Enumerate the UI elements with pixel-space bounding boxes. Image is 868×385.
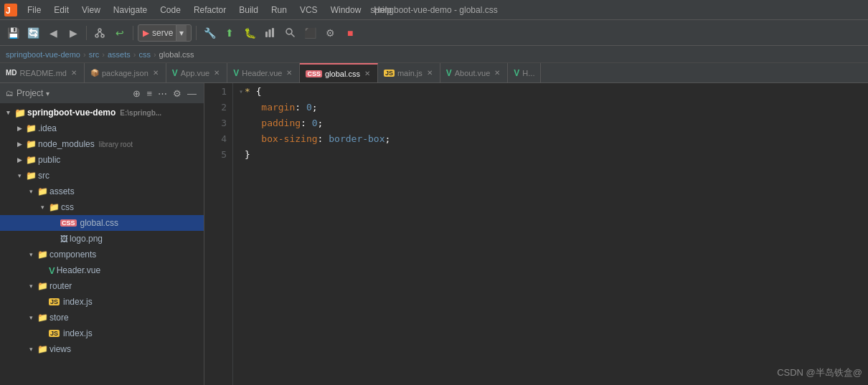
root-folder-icon: 📁 (14, 108, 26, 118)
sidebar-dropdown-arrow: ▾ (46, 90, 49, 98)
project-icon: 🗂 (6, 89, 14, 98)
breadcrumb-current: global.css (159, 50, 194, 59)
tab-headervue[interactable]: V Header.vue ✕ (227, 63, 300, 83)
prop-margin: margin (261, 102, 295, 113)
back-button[interactable]: ◀ (44, 24, 62, 42)
tree-store[interactable]: ▾ 📁 store (0, 310, 204, 325)
stop-button[interactable]: ■ (341, 24, 359, 42)
tree-router[interactable]: ▾ 📁 router (0, 278, 204, 294)
coverage-button[interactable] (261, 24, 278, 42)
tab-package[interactable]: 📦 package.json ✕ (85, 63, 166, 83)
menu-view[interactable]: View (76, 4, 106, 16)
vue-file-icon-header: V (49, 265, 55, 276)
tree-components[interactable]: ▾ 📁 components (0, 247, 204, 262)
indent-4 (239, 133, 261, 144)
menu-refactor[interactable]: Refactor (188, 4, 232, 16)
tab-mainjs-close[interactable]: ✕ (425, 68, 434, 77)
tab-readme-close[interactable]: ✕ (70, 68, 78, 77)
run-config-button[interactable]: 🔧 (201, 24, 218, 42)
app-logo-icon: J (4, 4, 17, 16)
tree-src[interactable]: ▾ 📁 src (0, 168, 204, 184)
tab-mainjs[interactable]: JS main.js ✕ (378, 63, 440, 83)
node-modules-folder-icon: 📁 (26, 139, 37, 149)
breadcrumb-assets[interactable]: assets (108, 50, 131, 59)
settings-icon[interactable]: ⚙ (171, 87, 183, 100)
tree-global-css[interactable]: CSS global.css (0, 215, 204, 231)
root-label: springboot-vue-demo (27, 108, 115, 118)
breadcrumb-css[interactable]: css (138, 50, 151, 59)
git-button[interactable] (91, 24, 108, 42)
update-button[interactable]: ⬆ (221, 24, 238, 42)
breadcrumb-root[interactable]: springboot-vue-demo (6, 50, 80, 59)
colon-2: : (301, 118, 312, 128)
tree-idea[interactable]: ▶ 📁 .idea (0, 120, 204, 136)
terminal-button[interactable]: ⬛ (301, 24, 319, 42)
sidebar-options-icon[interactable]: ⋯ (156, 87, 169, 100)
idea-arrow: ▶ (14, 125, 24, 132)
tree-root[interactable]: ▾ 📁 springboot-vue-demo E:\springb... (0, 105, 204, 120)
store-folder-icon: 📁 (37, 313, 48, 323)
views-folder-icon: 📁 (37, 344, 48, 354)
menu-vcs[interactable]: VCS (294, 4, 324, 16)
tab-appvue-close[interactable]: ✕ (212, 68, 221, 77)
menu-edit[interactable]: Edit (48, 4, 75, 16)
tree-assets[interactable]: ▾ 📁 assets (0, 184, 204, 199)
selector-star: * (245, 86, 250, 97)
serve-run-button[interactable]: ▶ serve ▾ (138, 24, 192, 42)
tree-public[interactable]: ▶ 📁 public (0, 152, 204, 168)
svg-line-11 (291, 34, 294, 37)
menu-navigate[interactable]: Navigate (108, 4, 153, 16)
menu-file[interactable]: File (22, 4, 47, 16)
fold-arrow-1[interactable]: ▾ (239, 87, 243, 95)
tab-globalcss[interactable]: CSS global.css ✕ (300, 63, 377, 83)
window-title: springboot-vue-demo - global.css (370, 5, 497, 15)
semi-2: ; (318, 118, 324, 128)
tree-router-index[interactable]: JS index.js (0, 294, 204, 310)
tab-appvue[interactable]: V App.vue ✕ (166, 63, 227, 83)
views-label: views (49, 344, 71, 354)
tab-hvue[interactable]: V H... (508, 63, 541, 83)
menu-build[interactable]: Build (233, 4, 264, 16)
debug-button[interactable]: 🐛 (241, 24, 258, 42)
tree-node-modules[interactable]: ▶ 📁 node_modules library root (0, 136, 204, 152)
tree-logo-png[interactable]: 🖼 logo.png (0, 231, 204, 247)
menu-run[interactable]: Run (265, 4, 293, 16)
png-file-icon: 🖼 (60, 234, 68, 243)
tree-css-folder[interactable]: ▾ 📁 css (0, 199, 204, 215)
val-0-2: 0 (312, 118, 318, 128)
root-arrow: ▾ (3, 109, 13, 116)
tab-readme-label: README.md (20, 69, 67, 77)
tab-readme[interactable]: MD README.md ✕ (0, 63, 85, 83)
breadcrumb-src[interactable]: src (89, 50, 100, 59)
tree-header-vue[interactable]: V Header.vue (0, 262, 204, 278)
router-label: router (49, 281, 72, 291)
tab-package-close[interactable]: ✕ (151, 68, 160, 77)
find-button[interactable] (281, 24, 298, 42)
tree-store-index[interactable]: JS index.js (0, 325, 204, 341)
code-editor[interactable]: 1 2 3 4 5 ▾ * { margin : 0 ; (204, 83, 868, 385)
menu-code[interactable]: Code (154, 4, 187, 16)
node-modules-arrow: ▶ (14, 141, 24, 148)
forward-button[interactable]: ▶ (65, 24, 82, 42)
serve-dropdown-arrow[interactable]: ▾ (176, 25, 187, 41)
code-content[interactable]: ▾ * { margin : 0 ; padding : 0 (233, 83, 868, 385)
node-modules-sublabel: library root (99, 141, 133, 148)
sync-button[interactable]: 🔄 (24, 24, 42, 42)
tab-aboutvue[interactable]: V About.vue ✕ (440, 63, 509, 83)
tab-headervue-close[interactable]: ✕ (285, 68, 293, 77)
tab-appvue-label: App.vue (181, 69, 209, 77)
node-modules-label: node_modules (38, 139, 95, 149)
minimize-sidebar-icon[interactable]: — (186, 87, 198, 100)
undo-button[interactable]: ↩ (111, 24, 128, 42)
router-index-label: index.js (63, 297, 93, 307)
line-num-5: 5 (204, 146, 232, 162)
settings-button[interactable]: ⚙ (321, 24, 339, 42)
tab-aboutvue-close[interactable]: ✕ (493, 68, 501, 77)
tab-globalcss-close[interactable]: ✕ (363, 69, 372, 78)
menu-window[interactable]: Window (325, 4, 367, 16)
sidebar-project-dropdown[interactable]: 🗂 Project ▾ (6, 88, 49, 98)
locate-file-icon[interactable]: ⊕ (131, 87, 142, 100)
save-button[interactable]: 💾 (4, 24, 22, 42)
collapse-all-icon[interactable]: ≡ (145, 87, 154, 100)
tree-views[interactable]: ▾ 📁 views (0, 341, 204, 357)
